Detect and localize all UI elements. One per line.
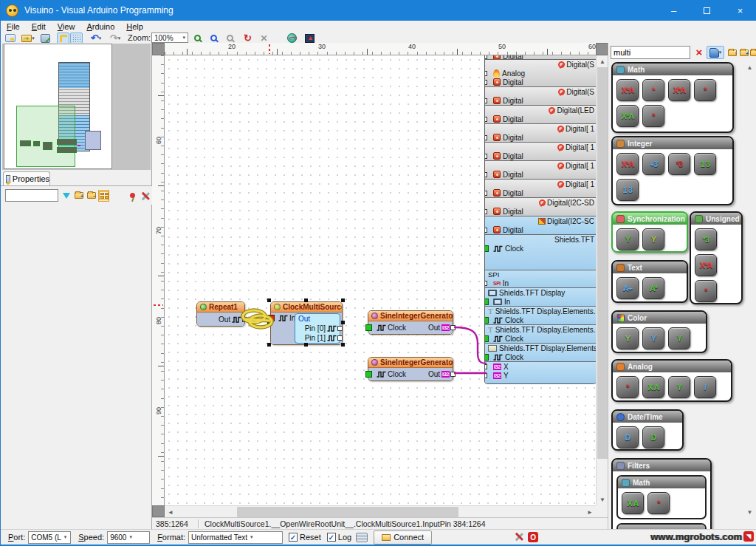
- component-repeat1[interactable]: Repeat1 Out: [196, 301, 245, 327]
- selection-handle[interactable]: [341, 298, 345, 302]
- pin-connector[interactable]: [484, 228, 487, 233]
- pin-connector[interactable]: [484, 335, 489, 342]
- pin-connector[interactable]: [484, 209, 487, 214]
- board-pin-row[interactable]: Shields.TFTClock: [485, 234, 596, 270]
- board-pin-row[interactable]: Digital(SAnalogDigital: [485, 59, 596, 86]
- board-pin-row[interactable]: SPISPIIn: [485, 270, 596, 287]
- pin-connector[interactable]: [484, 354, 489, 361]
- connect-button[interactable]: Connect: [374, 530, 432, 545]
- settings-tools-icon[interactable]: [515, 532, 523, 542]
- board-pin-clock[interactable]: Clock: [485, 244, 596, 253]
- speed-combobox[interactable]: 9600▾: [107, 531, 150, 544]
- category-header-integer[interactable]: Integer: [613, 137, 732, 149]
- component-clockmultisource1[interactable]: ClockMultiSource1 In Out Pin [0]: [270, 301, 343, 345]
- selection-handle[interactable]: [341, 343, 345, 347]
- pin-connector-connected[interactable]: [365, 371, 372, 378]
- filter-funnel-icon[interactable]: [61, 190, 72, 202]
- pin-connector[interactable]: [484, 245, 489, 252]
- pin-clockmultisource1-pin1[interactable]: Pin [1]: [295, 333, 340, 343]
- board-pin-digital[interactable]: Digital: [485, 207, 596, 216]
- board-pin-row[interactable]: TShields.TFT Display.Elements.DraClock: [485, 306, 596, 324]
- category-header-filters[interactable]: Filters: [613, 460, 710, 471]
- math-component-tile-4[interactable]: *: [694, 79, 716, 101]
- text-component-tile-2[interactable]: A*: [642, 277, 664, 299]
- analog-component-tile-3[interactable]: Y: [668, 376, 690, 398]
- zoom-reset-icon[interactable]: [224, 33, 236, 44]
- menu-view[interactable]: View: [52, 21, 81, 33]
- board-pin-digital[interactable]: Digital: [485, 115, 596, 123]
- datetime-component-tile-2[interactable]: D: [642, 426, 664, 448]
- filters_math-component-tile-2[interactable]: *: [647, 492, 670, 514]
- pin-connector[interactable]: [484, 317, 489, 324]
- category-header-text[interactable]: Text: [613, 262, 687, 273]
- pin-connector[interactable]: [242, 317, 247, 322]
- board-pin-digital[interactable]: Digital: [485, 151, 596, 160]
- analog-component-tile-2[interactable]: X A: [642, 376, 664, 398]
- canvas-vertical-scrollbar[interactable]: ▲ ▼: [596, 55, 608, 505]
- toggle-route-wires-button[interactable]: [57, 33, 69, 44]
- pin-connector[interactable]: [484, 191, 487, 196]
- color-component-tile-1[interactable]: Y: [616, 327, 639, 349]
- board-pin-row[interactable]: Digital[ 1Digital: [485, 160, 596, 179]
- format-combobox[interactable]: Unformatted Text▾: [188, 531, 283, 544]
- category-header-unsigned[interactable]: Unsigned: [691, 213, 741, 225]
- board-pin-row[interactable]: TShields.TFT Display.Elements.DraClock: [485, 324, 596, 343]
- board-pin-in[interactable]: In: [485, 297, 596, 306]
- board-pin-analog[interactable]: Analog: [485, 69, 596, 78]
- palette-scroll-down-icon[interactable]: ▼: [744, 507, 755, 518]
- design-canvas[interactable]: DigitalDigital(SAnalogDigitalDigital(SDi…: [165, 55, 596, 505]
- board-pin-y[interactable]: I32Y: [485, 371, 596, 380]
- palette-search-input[interactable]: [611, 46, 690, 59]
- menu-edit[interactable]: Edit: [26, 21, 52, 33]
- board-pin-digital[interactable]: Digital: [485, 188, 596, 197]
- selection-handle[interactable]: [304, 298, 308, 302]
- board-pin-row[interactable]: Digital[ 1Digital: [485, 123, 596, 142]
- integer-component-tile-2[interactable]: +3: [642, 153, 664, 175]
- pin-clockmultisource1-pin0[interactable]: Pin [0]: [295, 324, 340, 333]
- menu-arduino[interactable]: Arduino: [80, 21, 120, 33]
- properties-settings-icon[interactable]: [140, 190, 151, 202]
- filters_math-component-tile-1[interactable]: X A: [622, 492, 644, 514]
- board-pin-row[interactable]: Digital(I2C-SCDigital: [485, 216, 596, 234]
- selection-handle[interactable]: [341, 321, 345, 324]
- tree-view-icon[interactable]: [98, 190, 109, 202]
- port-combobox[interactable]: COM5 (L▾: [28, 531, 71, 544]
- unsigned-component-tile-2[interactable]: X*A: [695, 254, 717, 276]
- analog-component-tile-1[interactable]: *: [616, 376, 639, 398]
- board-pin-digital[interactable]: Digital: [485, 96, 596, 105]
- scroll-right-icon[interactable]: ►: [584, 506, 596, 518]
- open-project-button[interactable]: ▾: [18, 33, 38, 44]
- pin-connector[interactable]: [484, 172, 487, 177]
- text-component-tile-1[interactable]: A+: [616, 277, 639, 299]
- board-pin-row[interactable]: Digital[ 1Digital: [485, 179, 596, 197]
- board-pin-digital[interactable]: Digital: [485, 78, 596, 86]
- pin-connector[interactable]: [484, 71, 487, 76]
- pin-sine1-clock[interactable]: Clock Out I32: [368, 321, 453, 334]
- tab-properties[interactable]: Properties: [3, 171, 50, 185]
- analog-component-tile-4[interactable]: /: [694, 376, 716, 398]
- pin-connector[interactable]: [484, 298, 489, 305]
- scrollbar-thumb[interactable]: [237, 507, 458, 517]
- log-checkbox[interactable]: ✓: [327, 533, 336, 542]
- upload-to-arduino-icon[interactable]: [303, 33, 316, 44]
- selection-handle[interactable]: [267, 321, 271, 324]
- selection-handle[interactable]: [304, 343, 308, 347]
- board-pin-row[interactable]: Shields.TFT DisplayIn: [485, 287, 596, 306]
- component-sineintegergenerator2[interactable]: SineIntegerGenerator2 Clock Out I32: [368, 357, 453, 381]
- pin-connector-connected[interactable]: [450, 325, 456, 330]
- minimap-viewport[interactable]: [16, 106, 75, 167]
- pin-sine2-clock[interactable]: Clock Out I32: [368, 368, 453, 381]
- menu-help[interactable]: Help: [120, 21, 149, 33]
- pin-connector[interactable]: [337, 335, 343, 341]
- maximize-button[interactable]: [690, 0, 724, 21]
- scroll-up-icon[interactable]: ▲: [597, 55, 608, 67]
- reset-checkbox[interactable]: ✓: [289, 533, 298, 542]
- zoom-combobox[interactable]: 100%▾: [151, 33, 188, 43]
- color-component-tile-3[interactable]: Y: [668, 327, 690, 349]
- category-header-analog[interactable]: Analog: [613, 361, 731, 372]
- board-pin-row[interactable]: Digital(I2C-SDDigital: [485, 197, 596, 216]
- wizard-filter-icon[interactable]: ▾: [707, 46, 724, 59]
- pin-connector[interactable]: [484, 281, 487, 286]
- minimap[interactable]: [2, 44, 151, 170]
- math-component-tile-2[interactable]: *: [642, 79, 664, 101]
